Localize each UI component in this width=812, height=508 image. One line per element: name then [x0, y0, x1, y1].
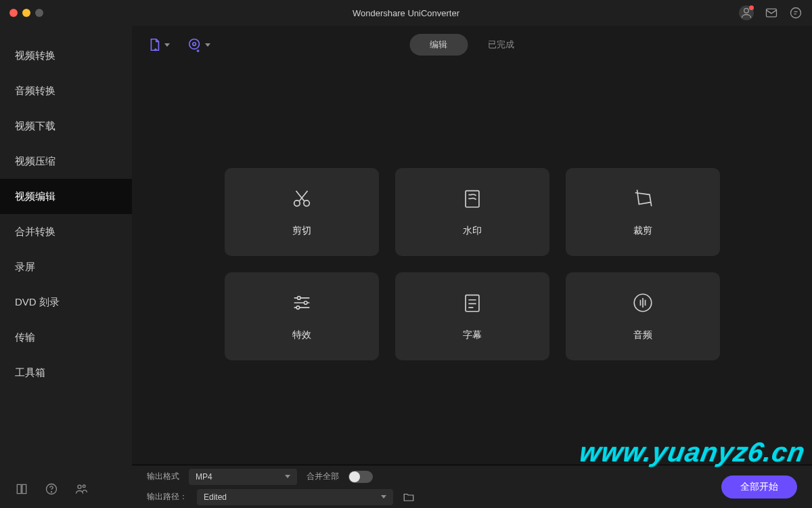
sidebar: 视频转换 音频转换 视频下载 视频压缩 视频编辑 合并转换 录屏 DVD 刻录 … [0, 26, 132, 508]
app-title: Wondershare UniConverter [353, 8, 459, 18]
notification-dot [749, 5, 754, 10]
card-label: 裁剪 [633, 225, 652, 237]
card-audio[interactable]: 音频 [566, 272, 720, 360]
sidebar-item-audio-convert[interactable]: 音频转换 [0, 73, 132, 108]
feedback-icon[interactable] [789, 6, 803, 20]
subtitle-icon [461, 291, 484, 314]
audio-icon [631, 291, 654, 314]
chevron-down-icon [205, 43, 210, 47]
output-format-value: MP4 [196, 472, 212, 482]
close-window-button[interactable] [9, 9, 18, 17]
start-all-label: 全部开始 [740, 481, 778, 492]
toolbar-left [147, 37, 210, 52]
window-controls [9, 9, 43, 17]
svg-point-0 [744, 8, 749, 13]
toolbar: 编辑 已完成 [132, 26, 812, 64]
sidebar-item-label: 视频转换 [15, 49, 55, 62]
segmented-control: 编辑 已完成 [409, 34, 535, 56]
watermark-icon [461, 187, 484, 210]
maximize-window-button[interactable] [35, 9, 43, 17]
sidebar-item-label: 视频压缩 [15, 155, 55, 168]
chevron-down-icon [381, 495, 386, 499]
sidebar-item-screen-record[interactable]: 录屏 [0, 249, 132, 284]
merge-all-label: 合并全部 [307, 471, 339, 482]
add-media-button[interactable] [187, 37, 210, 52]
output-path-select[interactable]: Edited [197, 489, 393, 505]
sidebar-item-video-download[interactable]: 视频下载 [0, 108, 132, 144]
card-grid: 剪切 水印 裁剪 特效 字幕 音频 [225, 168, 720, 360]
card-label: 音频 [633, 329, 652, 341]
minimize-window-button[interactable] [22, 9, 30, 17]
svg-point-4 [51, 492, 52, 492]
tab-label: 已完成 [488, 39, 514, 51]
sidebar-item-transfer[interactable]: 传输 [0, 320, 132, 355]
sidebar-item-label: 工具箱 [15, 366, 45, 379]
sidebar-item-merge-convert[interactable]: 合并转换 [0, 214, 132, 249]
chevron-down-icon [164, 43, 170, 47]
output-format-select[interactable]: MP4 [189, 469, 297, 485]
tab-editing[interactable]: 编辑 [409, 34, 468, 56]
svg-point-14 [296, 306, 300, 310]
mail-icon[interactable] [765, 6, 778, 20]
sidebar-item-video-edit[interactable]: 视频编辑 [0, 179, 132, 214]
svg-point-5 [78, 485, 81, 488]
folder-icon[interactable] [403, 491, 415, 503]
toggle-knob [349, 471, 360, 482]
sidebar-item-label: 音频转换 [15, 85, 55, 98]
guide-icon[interactable] [15, 482, 28, 496]
footer: 输出格式 MP4 合并全部 输出路径： Edited 全部开始 [132, 465, 812, 508]
sidebar-item-video-compress[interactable]: 视频压缩 [0, 144, 132, 179]
card-label: 水印 [463, 225, 482, 237]
account-avatar[interactable] [739, 5, 754, 20]
card-label: 剪切 [292, 225, 311, 237]
card-effects[interactable]: 特效 [225, 272, 379, 360]
svg-point-6 [83, 485, 85, 488]
output-path-value: Edited [204, 492, 227, 502]
sidebar-item-label: 合并转换 [15, 226, 55, 238]
sidebar-item-label: 传输 [15, 331, 35, 344]
titlebar-right [739, 5, 803, 20]
sidebar-item-dvd-burn[interactable]: DVD 刻录 [0, 284, 132, 320]
tab-label: 编辑 [430, 39, 447, 51]
sidebar-item-label: 录屏 [15, 261, 35, 274]
sidebar-item-toolbox[interactable]: 工具箱 [0, 355, 132, 390]
help-icon[interactable] [45, 482, 58, 496]
card-label: 特效 [292, 329, 311, 341]
crop-icon [631, 187, 654, 210]
card-subtitle[interactable]: 字幕 [395, 272, 549, 360]
card-crop[interactable]: 裁剪 [566, 168, 720, 256]
svg-rect-1 [767, 9, 777, 17]
file-add-icon [147, 37, 162, 52]
add-file-button[interactable] [147, 37, 170, 52]
main: 编辑 已完成 剪切 水印 裁剪 特效 字幕 [132, 26, 812, 508]
card-trim[interactable]: 剪切 [225, 168, 379, 256]
sliders-icon [290, 291, 313, 314]
svg-point-7 [189, 39, 200, 49]
titlebar: Wondershare UniConverter [0, 0, 812, 26]
start-all-button[interactable]: 全部开始 [721, 475, 797, 499]
footer-row-path: 输出路径： Edited [147, 489, 797, 505]
card-watermark[interactable]: 水印 [395, 168, 549, 256]
scissors-icon [290, 187, 313, 210]
svg-point-13 [304, 301, 307, 305]
sidebar-item-label: 视频编辑 [15, 190, 55, 203]
merge-all-toggle[interactable] [348, 471, 373, 483]
tab-finished[interactable]: 已完成 [468, 34, 535, 56]
sidebar-item-video-convert[interactable]: 视频转换 [0, 38, 132, 73]
sidebar-item-label: 视频下载 [15, 120, 55, 133]
sidebar-bottom [0, 470, 132, 508]
card-area: 剪切 水印 裁剪 特效 字幕 音频 [132, 64, 812, 465]
chevron-down-icon [285, 475, 290, 478]
sidebar-item-label: DVD 刻录 [15, 296, 60, 309]
output-path-label: 输出路径： [147, 491, 187, 503]
svg-point-2 [791, 8, 801, 18]
disc-add-icon [187, 37, 202, 52]
card-label: 字幕 [463, 329, 482, 341]
svg-point-12 [297, 297, 300, 300]
account-icon[interactable] [74, 482, 88, 496]
footer-row-format: 输出格式 MP4 合并全部 [147, 469, 797, 485]
output-format-label: 输出格式 [147, 471, 179, 482]
svg-point-8 [193, 43, 196, 46]
svg-rect-11 [466, 191, 479, 207]
